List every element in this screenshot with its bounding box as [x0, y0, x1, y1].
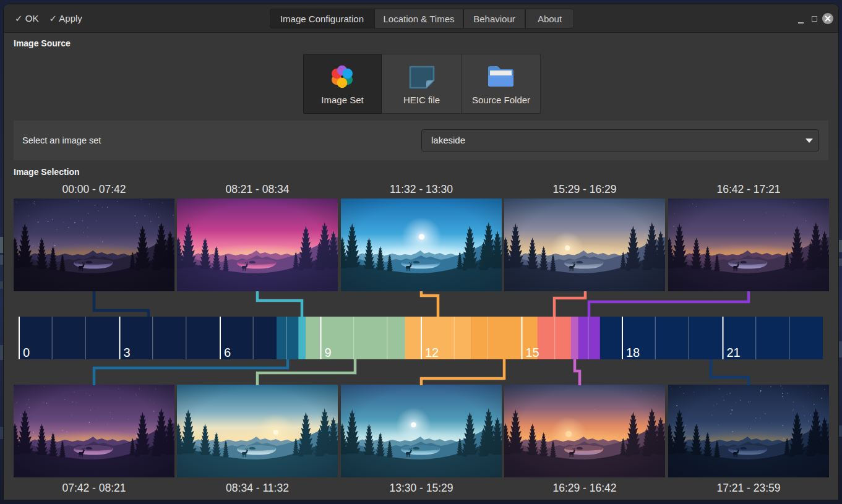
svg-text:12: 12	[425, 346, 439, 359]
svg-text:18: 18	[626, 346, 640, 359]
svg-text:0: 0	[23, 346, 30, 359]
svg-text:3: 3	[124, 346, 131, 359]
svg-text:15: 15	[526, 346, 539, 359]
svg-text:21: 21	[727, 346, 741, 359]
svg-text:9: 9	[325, 346, 332, 359]
svg-text:6: 6	[224, 346, 231, 359]
